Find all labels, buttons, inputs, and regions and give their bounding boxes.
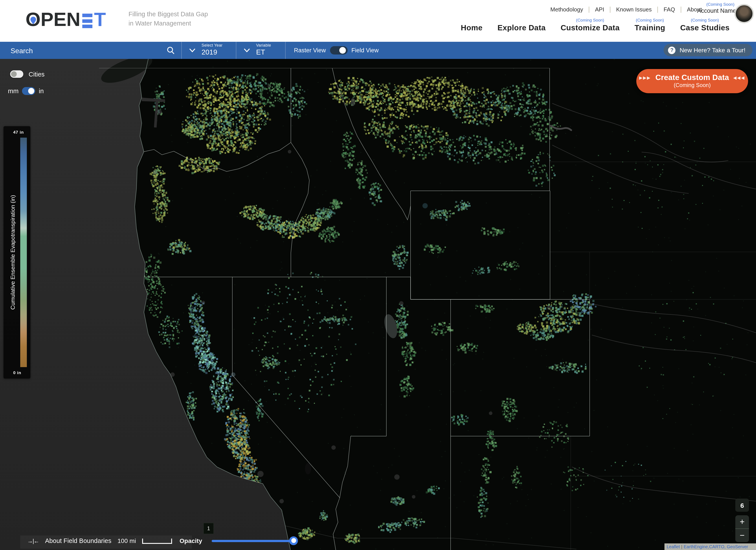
cities-toggle-knob — [11, 71, 17, 77]
main-nav: Home Explore Data (Coming Soon)Customize… — [461, 18, 730, 33]
year-select-value: 2019 — [202, 48, 223, 56]
openet-app: Cities mm in 47 in Cumulative Ensemble E… — [0, 0, 756, 550]
scale-bar — [142, 539, 172, 544]
tab-case-studies[interactable]: (Coming Soon)Case Studies — [680, 18, 730, 33]
zoom-control: + − — [735, 515, 749, 542]
et-legend: 47 in Cumulative Ensemble Evapotranspira… — [4, 126, 30, 378]
variable-select-label: Variable — [256, 43, 271, 48]
search-input[interactable] — [10, 42, 161, 60]
tagline: Filling the Biggest Data Gap in Water Ma… — [128, 10, 208, 28]
legend-title: Cumulative Ensemble Evapotranspiration (… — [9, 195, 16, 310]
variable-select-value: ET — [256, 48, 271, 56]
account-coming-soon: (Coming Soon) — [697, 2, 744, 7]
opacity-label: Opacity — [180, 537, 202, 544]
tab-explore-data[interactable]: Explore Data — [497, 18, 546, 33]
create-custom-data-label: Create Custom Data — [655, 73, 729, 82]
field-view-label[interactable]: Field View — [351, 47, 379, 54]
help-icon: ? — [668, 46, 676, 54]
account-name: Account Name — [697, 7, 736, 14]
logo-t-text: T — [94, 10, 106, 29]
opacity-value-tooltip: 1 — [203, 523, 214, 534]
units-toggle-knob — [28, 88, 34, 94]
view-mode-control: Raster View Field View — [294, 42, 379, 59]
year-select-label: Select Year — [202, 43, 223, 48]
utility-nav: Methodology API Known Issues FAQ About — [545, 6, 708, 13]
opacity-slider[interactable] — [212, 540, 294, 542]
zoom-in-button[interactable]: + — [735, 515, 749, 528]
raster-view-label[interactable]: Raster View — [294, 47, 326, 54]
logo-et-mark: T — [82, 10, 106, 29]
zoom-out-button[interactable]: − — [735, 529, 749, 542]
tab-training[interactable]: (Coming Soon)Training — [635, 18, 665, 33]
scale-distance-label: 100 mi — [117, 537, 136, 544]
legend-min-label: 0 in — [13, 370, 33, 375]
take-a-tour-label: New Here? Take a Tour! — [680, 47, 745, 54]
leaflet-link[interactable]: Leaflet — [667, 544, 680, 549]
variable-select[interactable]: Variable ET — [256, 43, 271, 56]
legend-max-label: 47 in — [13, 130, 33, 135]
triple-left-arrow-icon: ◀◀◀ — [733, 75, 745, 80]
year-chevron-down-icon[interactable] — [189, 48, 195, 52]
units-control: mm in — [8, 87, 44, 95]
nav-faq[interactable]: FAQ — [658, 6, 681, 13]
create-custom-data-button[interactable]: ▶▶▶ Create Custom Data ◀◀◀ (Coming Soon) — [636, 69, 748, 93]
location-pin-icon — [30, 17, 36, 24]
about-field-boundaries-label: About Field Boundaries — [45, 537, 112, 544]
openet-logo[interactable]: OPEN T — [26, 7, 106, 32]
sources-link[interactable]: EarthEngine,CARTO, GeoServer — [684, 544, 748, 549]
triple-right-arrow-icon: ▶▶▶ — [639, 75, 651, 80]
account-menu[interactable]: (Coming Soon) Account Name ▼ — [697, 2, 744, 15]
collapse-arrows-icon: →|← — [27, 537, 39, 544]
cities-toggle[interactable] — [10, 70, 23, 78]
map-toolbar: Select Year 2019 Variable ET Raster View… — [0, 42, 756, 59]
nav-api[interactable]: API — [589, 6, 610, 13]
create-coming-soon-label: (Coming Soon) — [636, 82, 748, 88]
opacity-control: Opacity — [180, 537, 294, 544]
legend-gradient-bar — [20, 138, 27, 367]
map-canvas-area[interactable]: Cities mm in 47 in Cumulative Ensemble E… — [0, 59, 756, 550]
search-icon[interactable] — [166, 46, 175, 55]
nav-known-issues[interactable]: Known Issues — [610, 6, 657, 13]
nav-methodology[interactable]: Methodology — [545, 6, 589, 13]
units-in-label[interactable]: in — [39, 88, 44, 95]
units-mm-label[interactable]: mm — [8, 88, 18, 95]
cities-control: Cities — [10, 70, 45, 78]
zoom-level-badge: 6 — [735, 499, 749, 512]
variable-chevron-down-icon[interactable] — [244, 48, 250, 52]
tab-home[interactable]: Home — [461, 18, 483, 33]
take-a-tour-button[interactable]: ? New Here? Take a Tour! — [664, 44, 752, 56]
avatar[interactable] — [734, 4, 754, 23]
logo-e-bars — [82, 14, 92, 28]
map-scale-control: 100 mi — [117, 537, 172, 544]
units-toggle[interactable] — [22, 87, 35, 95]
about-field-boundaries-button[interactable]: →|← About Field Boundaries — [27, 537, 111, 544]
view-toggle-knob — [339, 47, 346, 54]
view-mode-toggle[interactable] — [330, 46, 347, 55]
map-attribution: Leaflet | EarthEngine,CARTO, GeoServer — [664, 543, 756, 550]
app-header: OPEN T Filling the Biggest Data Gap in W… — [0, 0, 756, 42]
year-select[interactable]: Select Year 2019 — [202, 43, 223, 56]
cities-label: Cities — [29, 71, 45, 78]
et-field-data-layer — [0, 59, 756, 550]
tab-customize-data[interactable]: (Coming Soon)Customize Data — [561, 18, 620, 33]
